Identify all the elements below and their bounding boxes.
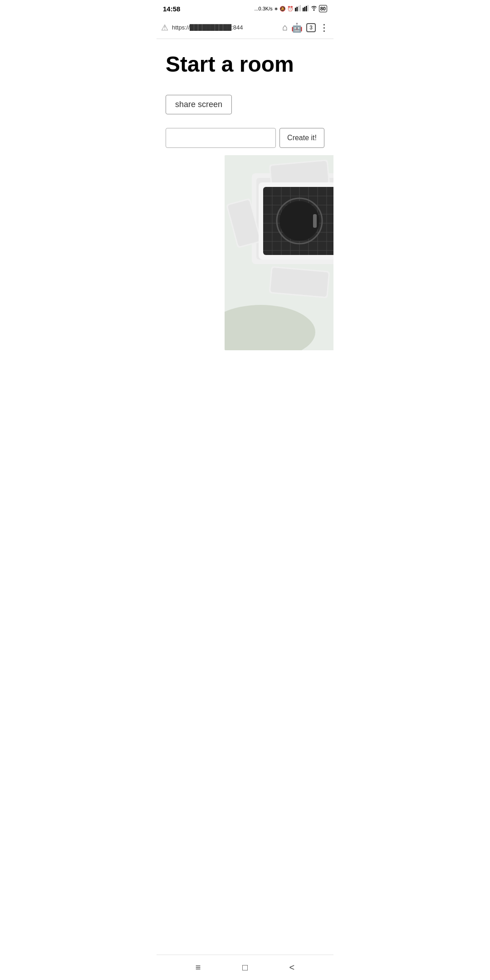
- wifi-icon: [310, 5, 318, 12]
- svg-rect-6: [306, 6, 307, 11]
- svg-rect-0: [295, 8, 296, 11]
- create-button[interactable]: Create it!: [279, 128, 324, 148]
- warning-icon: ⚠: [161, 23, 168, 33]
- more-options-icon[interactable]: ⋮: [319, 22, 329, 33]
- bluetooth-icon: ∗: [274, 6, 278, 12]
- svg-rect-7: [307, 5, 309, 11]
- room-input-row: Create it!: [166, 128, 324, 148]
- robot-icon[interactable]: 🤖: [291, 22, 303, 33]
- svg-rect-20: [270, 267, 328, 297]
- page-content: Start a room share screen Create it!: [157, 39, 333, 359]
- home-browser-icon[interactable]: ⌂: [282, 22, 288, 33]
- svg-rect-1: [296, 7, 298, 11]
- network-speed: ...0.3K/s: [254, 6, 272, 11]
- svg-rect-39: [313, 214, 317, 228]
- svg-rect-3: [299, 5, 301, 11]
- tabs-count[interactable]: 3: [306, 23, 316, 32]
- status-time: 14:58: [163, 5, 180, 13]
- svg-point-8: [313, 10, 314, 11]
- svg-rect-5: [304, 7, 305, 11]
- alarm-icon: ⏰: [287, 6, 294, 12]
- svg-rect-4: [303, 8, 304, 11]
- signal-icon-1: [295, 5, 301, 12]
- room-name-input[interactable]: [166, 128, 276, 148]
- svg-rect-2: [298, 6, 299, 11]
- signal-icon-2: [303, 5, 309, 12]
- status-bar: 14:58 ...0.3K/s ∗ 🔕 ⏰: [157, 0, 333, 16]
- browser-bar: ⚠ https://██████████:844 ⌂ 🤖 3 ⋮: [157, 16, 333, 39]
- share-screen-button[interactable]: share screen: [166, 95, 232, 114]
- battery-icon: 80: [319, 5, 327, 12]
- page-title: Start a room: [166, 53, 324, 77]
- status-right: ...0.3K/s ∗ 🔕 ⏰: [254, 5, 327, 12]
- ac-image: [225, 155, 333, 350]
- mute-icon: 🔕: [279, 6, 286, 12]
- url-bar[interactable]: https://██████████:844: [172, 24, 279, 31]
